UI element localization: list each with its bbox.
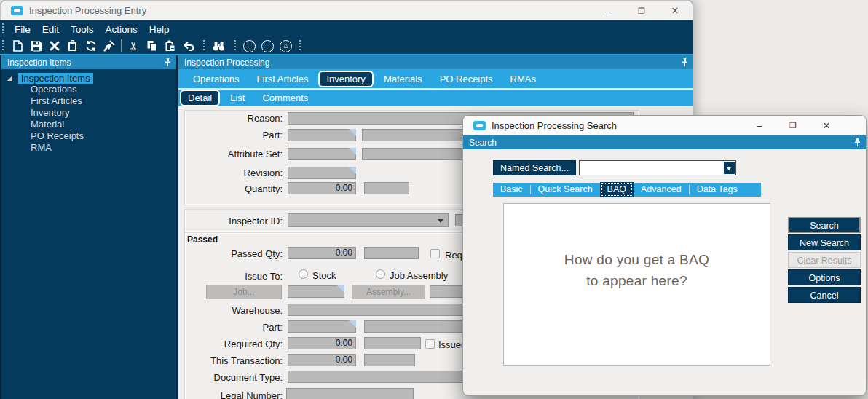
passed-group-label: Passed [187,234,218,245]
cancel-button[interactable]: Cancel [788,287,861,303]
part2-label: Part: [181,322,283,333]
paste-icon[interactable] [161,39,179,53]
toolbar-grip[interactable] [2,40,4,52]
dialog-titlebar: Inspection Processing Search – ❐ × [463,116,866,135]
part2-field[interactable] [288,320,356,333]
issued-checkbox[interactable] [425,339,435,349]
main-panel-header: Inspection Processing [178,55,693,69]
job-button[interactable]: Job... [206,285,282,299]
close-icon[interactable]: × [668,4,682,17]
tab-first-articles[interactable]: First Articles [250,71,316,87]
tab-basic[interactable]: Basic [493,183,530,197]
tree-item-operations[interactable]: Operations [31,84,176,95]
assembly-button[interactable]: Assembly... [352,285,425,299]
passed-qty-field[interactable]: 0.00 [288,247,356,259]
new-search-button[interactable]: New Search [788,234,861,250]
maximize-icon[interactable]: ❐ [634,7,649,16]
pin-icon[interactable] [682,58,688,67]
undo-icon[interactable] [179,39,197,53]
minimize-icon[interactable]: – [601,6,615,17]
menubar-grip[interactable] [2,23,4,35]
tab-comments[interactable]: Comments [255,90,315,106]
revision-field[interactable] [288,167,356,179]
passed-qty-uom-field[interactable] [364,247,419,259]
options-button[interactable]: Options [788,269,861,285]
binoculars-icon[interactable] [210,39,228,53]
window-title: Inspection Processing Entry [29,5,146,16]
menu-help[interactable]: Help [143,22,175,37]
stock-radio[interactable] [299,269,308,279]
required-qty-uom-field[interactable] [364,337,421,349]
issue-to-label: Issue To: [181,271,283,282]
pin-icon[interactable] [165,58,171,67]
clear-results-button: Clear Results [788,252,861,268]
tab-baq[interactable]: BAQ [600,182,634,197]
toolbar-grip-3[interactable] [234,40,236,52]
quantity-field[interactable]: 0.00 [288,182,356,194]
cut-icon[interactable]: ✂ [125,39,143,53]
back-icon[interactable]: ← [240,39,259,53]
dialog-title: Inspection Processing Search [492,120,617,131]
menu-edit[interactable]: Edit [36,22,65,37]
menu-file[interactable]: File [9,22,36,37]
tree-item-first-articles[interactable]: First Articles [31,95,176,107]
tab-advanced[interactable]: Advanced [634,183,689,197]
menu-tools[interactable]: Tools [65,22,100,37]
chevron-down-icon[interactable] [723,162,735,174]
attribute-set-label: Attribute Set: [181,149,283,159]
quantity-uom-field[interactable] [364,182,409,194]
job-assembly-radio[interactable] [376,269,385,279]
tab-detail[interactable]: Detail [180,90,220,106]
this-transaction-uom-field[interactable] [364,354,415,366]
this-transaction-label: This Transaction: [181,355,283,366]
tree-item-po-receipts[interactable]: PO Receipts [31,130,176,142]
forward-icon[interactable]: → [259,39,277,53]
tab-quick-search[interactable]: Quick Search [531,183,600,197]
tab-rmas[interactable]: RMAs [503,71,543,87]
named-search-combo[interactable] [579,160,736,175]
attribute-set-field[interactable] [288,148,356,160]
tree-expand-icon[interactable] [7,76,12,81]
reason-label: Reason: [181,113,283,124]
tab-operations[interactable]: Operations [186,71,247,87]
tab-materials[interactable]: Materials [376,71,430,87]
named-search-button[interactable]: Named Search... [493,160,576,175]
main-panel-title: Inspection Processing [184,58,269,68]
clear-icon[interactable] [100,39,118,53]
close-icon[interactable]: × [818,119,835,133]
maximize-icon[interactable]: ❐ [785,121,801,130]
home-icon[interactable]: ⌂ [277,39,295,53]
tree-item-inventory[interactable]: Inventory [31,107,176,119]
pin-icon[interactable] [854,138,861,147]
tab-list[interactable]: List [223,90,252,106]
tab-po-receipts[interactable]: PO Receipts [433,71,500,87]
minimize-icon[interactable]: – [751,120,768,131]
new-icon[interactable] [9,39,27,53]
tree-item-material[interactable]: Material [31,119,176,130]
search-button[interactable]: Search [788,217,861,233]
save-icon[interactable] [27,39,45,53]
tree-root-item[interactable]: Inspection Items [18,73,93,84]
tab-inventory[interactable]: Inventory [318,71,373,87]
tab-data-tags[interactable]: Data Tags [690,183,745,197]
search-dialog-content: Named Search... Basic Quick Search BAQ A… [463,149,866,395]
inspector-id-combo[interactable] [288,213,449,227]
job-field[interactable] [288,285,344,298]
delete-icon[interactable] [45,39,63,53]
part-field[interactable] [288,129,356,141]
attachment-icon[interactable] [63,39,82,53]
toolbar-grip-4[interactable] [299,40,301,52]
this-transaction-field[interactable]: 0.00 [288,354,356,366]
required-qty-label: Required Qty: [181,339,283,349]
copy-icon[interactable] [143,39,161,53]
toolbar-grip-2[interactable] [203,40,205,52]
quantity-label: Quantity: [181,183,283,194]
menu-actions[interactable]: Actions [100,22,143,37]
tree-item-rma[interactable]: RMA [31,142,176,154]
request-move-checkbox[interactable] [430,249,440,258]
sub-tabstrip: Detail List Comments [178,90,693,106]
refresh-icon[interactable] [82,39,100,53]
tree-panel-title: Inspection Items [7,58,71,68]
required-qty-field[interactable]: 0.00 [288,337,356,349]
legal-number-field[interactable] [286,388,414,399]
